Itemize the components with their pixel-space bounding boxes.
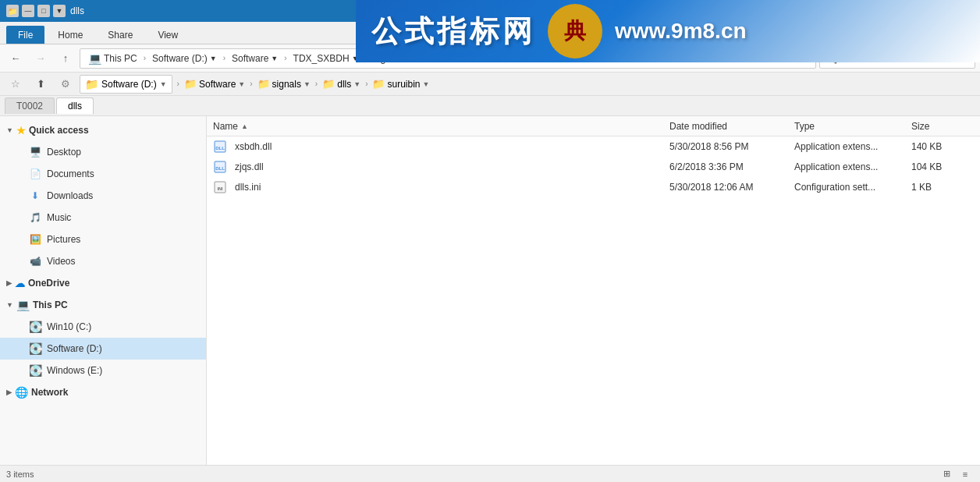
col-size-header[interactable]: Size [911,121,974,132]
breadcrumb-arrow3-icon: ▼ [352,55,359,62]
title-bar-icons: 📁 — □ ▼ [6,5,66,17]
folder-drive-icon: 📁 [85,78,98,90]
quick-access-header[interactable]: ▼ ★ Quick access [0,119,206,141]
toolbar-up2-btn[interactable]: ⬆ [30,73,51,95]
nav-bar: ← → ↑ 💻 This PC › Software (D:) ▼ › Soft… [0,44,980,73]
downloads-icon: ⬇ [28,189,42,203]
sidebar-item-downloads[interactable]: ⬇ Downloads [0,185,206,207]
col-date-header[interactable]: Date modified [669,121,794,132]
pictures-icon: 🖼️ [28,232,42,246]
breadcrumb-arrow6-icon: ▼ [501,55,508,62]
file-date-dlls-ini: 5/30/2018 12:06 AM [669,182,794,193]
sep1: › [144,54,146,62]
breadcrumb-arrow5-icon: ▼ [444,55,451,62]
toolbar-path-bar: ☆ ⬆ ⚙ 📁 Software (D:) ▼ › 📁 Software ▼ ›… [0,73,980,96]
sidebar-item-music[interactable]: 🎵 Music [0,207,206,229]
breadcrumb-arrow4-icon: ▼ [405,55,412,62]
onedrive-arrow: ▶ [6,279,12,287]
close-button[interactable]: ✕ [938,0,974,22]
breadcrumb-dlls[interactable]: dlls ▼ [424,51,454,66]
network-header[interactable]: ▶ 🌐 Network [0,381,206,403]
back-button[interactable]: ← [5,48,27,69]
minimize-button[interactable]: ─ [863,0,899,22]
breadcrumb-this-pc[interactable]: 💻 This PC [85,51,140,66]
breadcrumb-signals[interactable]: signals ▼ [371,51,415,66]
forward-button[interactable]: → [30,48,51,69]
software-d-label: Software (D:) [47,343,102,354]
file-list-header: Name ▲ Date modified Type Size [207,116,980,136]
tab-share[interactable]: Share [96,26,144,44]
file-type-xsbdh: Application extens... [794,141,911,152]
this-pc-arrow: ▼ [6,301,13,309]
breadcrumb-software-d[interactable]: Software (D:) ▼ [149,51,220,66]
toolbar-properties-btn[interactable]: ⚙ [55,73,76,95]
file-name-zjqs: DLL zjqs.dll [213,160,669,174]
toolbar-dlls-arrow: ▼ [353,80,360,88]
app-icon: 📁 [6,5,19,17]
sidebar-item-software-d[interactable]: 💽 Software (D:) [0,338,206,360]
items-count: 3 items [6,470,34,479]
music-icon: 🎵 [28,211,42,225]
breadcrumb-arrow-icon: ▼ [210,55,217,62]
tab-file[interactable]: File [6,26,44,44]
ini-icon: INI [213,180,227,194]
quick-access-label: Quick access [29,125,89,136]
toolbar-signals-btn[interactable]: 📁 signals ▼ [257,78,311,90]
file-row-zjqs[interactable]: DLL zjqs.dll 6/2/2018 3:36 PM Applicatio… [207,157,980,177]
sidebar-item-win10c[interactable]: 💽 Win10 (C:) [0,316,206,338]
sidebar-item-desktop[interactable]: 🖥️ Desktop [0,141,206,163]
breadcrumb-tdx[interactable]: TDX_SXBDH ▼ [290,51,362,66]
sidebar-item-pictures[interactable]: 🖼️ Pictures [0,229,206,250]
file-size-zjqs: 104 KB [911,161,974,172]
sep3: › [284,54,286,62]
up-button[interactable]: ↑ [55,48,76,69]
list-view-button[interactable]: ≡ [957,467,974,481]
sidebar-item-windows-e[interactable]: 💽 Windows (E:) [0,360,206,381]
onedrive-label: OneDrive [28,278,69,289]
onedrive-icon: ☁ [15,278,25,289]
file-row-dlls-ini[interactable]: INI dlls.ini 5/30/2018 12:06 AM Configur… [207,177,980,197]
tab-home[interactable]: Home [46,26,94,44]
col-name-header[interactable]: Name ▲ [213,121,669,132]
sidebar-item-videos[interactable]: 📹 Videos [0,250,206,272]
main-layout: ▼ ★ Quick access 🖥️ Desktop 📄 Documents … [0,116,980,465]
file-list-body: DLL xsbdh.dll 5/30/2018 8:56 PM Applicat… [207,136,980,465]
music-label: Music [47,212,71,223]
documents-icon: 📄 [28,167,42,181]
onedrive-header[interactable]: ▶ ☁ OneDrive [0,272,206,294]
sep2: › [223,54,225,62]
address-bar[interactable]: 💻 This PC › Software (D:) ▼ › Software ▼… [80,48,816,69]
sort-arrow-icon: ▲ [241,122,248,130]
tab-view[interactable]: View [146,26,190,44]
this-pc-header[interactable]: ▼ 💻 This PC [0,294,206,316]
toolbar-signals-arrow: ▼ [304,80,311,88]
ribbon-tabs: File Home Share View [0,22,980,44]
sidebar-item-documents[interactable]: 📄 Documents [0,163,206,185]
window-title: dlls [70,5,84,16]
breadcrumb-software[interactable]: Software ▼ [229,51,281,66]
toolbar-dlls-btn[interactable]: 📁 dlls ▼ [322,78,360,90]
col-type-header[interactable]: Type [794,121,911,132]
file-row-xsbdh[interactable]: DLL xsbdh.dll 5/30/2018 8:56 PM Applicat… [207,136,980,157]
quick-access-star-icon: ★ [16,125,26,136]
file-tab-t0002[interactable]: T0002 [5,97,55,114]
path-sep3: › [315,80,318,88]
toolbar-software-btn[interactable]: 📁 Software ▼ [184,78,245,90]
sep4: › [365,54,368,62]
toolbar-drive-arrow: ▼ [160,80,167,88]
network-arrow: ▶ [6,388,12,396]
file-tab-dlls[interactable]: dlls [56,97,94,114]
toolbar-suruibin-btn[interactable]: 📁 suruibin ▼ [372,78,429,90]
toolbar-star-btn[interactable]: ☆ [5,73,27,95]
view-toggle: ⊞ ≡ [938,467,974,481]
quick-access-arrow: ▼ [6,126,13,134]
title-restore-icon: □ [37,5,50,17]
search-input[interactable] [840,53,970,64]
svg-text:INI: INI [217,186,223,191]
maximize-button[interactable]: □ [900,0,936,22]
grid-view-button[interactable]: ⊞ [938,467,955,481]
search-box[interactable]: 🔍 [819,48,975,69]
documents-label: Documents [47,168,94,179]
videos-label: Videos [47,256,75,267]
breadcrumb-suruibin[interactable]: suruibin ▼ [463,51,511,66]
